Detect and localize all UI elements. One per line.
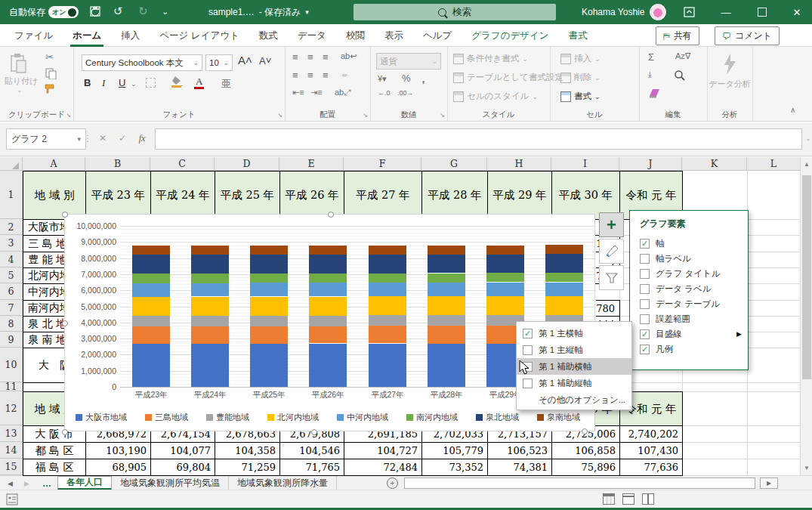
- normal-view-button[interactable]: [603, 493, 615, 505]
- checkbox[interactable]: ✓: [640, 239, 650, 249]
- chart-element-item-軸ラベル[interactable]: 軸ラベル: [630, 251, 748, 266]
- scroll-right-icon[interactable]: ▶: [760, 478, 778, 489]
- sheet-list-ellipsis[interactable]: …: [42, 476, 51, 490]
- grid-cell[interactable]: 68,905: [85, 459, 151, 476]
- legend-item-北河内地域[interactable]: 北河内地域: [267, 412, 319, 423]
- column-header-A[interactable]: A: [23, 157, 85, 171]
- legend-item-中河内地域[interactable]: 中河内地域: [337, 412, 388, 423]
- row-header-6[interactable]: 6: [0, 283, 23, 300]
- checkbox[interactable]: [640, 254, 650, 264]
- column-header-K[interactable]: K: [682, 157, 747, 171]
- grid-cell[interactable]: 75,896: [551, 459, 620, 476]
- checkbox[interactable]: ✓: [640, 329, 650, 339]
- legend-item-三島地域[interactable]: 三島地域: [145, 412, 188, 423]
- chart-element-item-目盛線[interactable]: ✓目盛線▶: [630, 326, 748, 342]
- sheet-tab-各年人口[interactable]: 各年人口: [57, 476, 112, 490]
- checkbox[interactable]: [523, 345, 533, 355]
- grid-cell[interactable]: 104,727: [344, 442, 422, 459]
- column-header-I[interactable]: I: [551, 157, 619, 171]
- column-header-L[interactable]: L: [747, 157, 801, 171]
- grid-cell[interactable]: 106,858: [551, 442, 620, 459]
- column-header-H[interactable]: H: [487, 157, 551, 171]
- column-header-G[interactable]: G: [421, 157, 487, 171]
- grid-cell[interactable]: 地 域 別: [23, 171, 86, 220]
- legend-item-泉南地域[interactable]: 泉南地域: [537, 412, 580, 423]
- grid-cell[interactable]: 福 島 区: [23, 459, 86, 476]
- grid-cell[interactable]: 74,381: [487, 459, 552, 476]
- column-header-J[interactable]: J: [619, 157, 682, 171]
- grid-cell[interactable]: 107,430: [619, 442, 683, 459]
- chart-selection-handle[interactable]: [62, 212, 68, 218]
- accessibility-checker-icon[interactable]: [6, 493, 18, 505]
- row-header-7[interactable]: 7: [0, 300, 23, 316]
- grid-cell[interactable]: 69,804: [150, 459, 215, 476]
- row-header-12[interactable]: 12: [0, 391, 23, 425]
- legend-item-南河内地域[interactable]: 南河内地域: [406, 412, 458, 423]
- axes-item-第 1 補助横軸[interactable]: 第 1 補助横軸: [517, 358, 631, 375]
- grid-cell[interactable]: 104,077: [150, 442, 215, 459]
- row-header-1[interactable]: 1: [0, 171, 23, 219]
- horizontal-scroll-thumb[interactable]: [404, 478, 755, 489]
- axes-item-その他のオプション...[interactable]: その他のオプション...: [517, 391, 631, 408]
- chart-filters-button[interactable]: [599, 265, 624, 290]
- row-header-8[interactable]: 8: [0, 316, 23, 332]
- grid-cell[interactable]: 104,358: [215, 442, 280, 459]
- column-header-E[interactable]: E: [279, 157, 344, 171]
- grid-cell[interactable]: 平成 25 年: [215, 171, 280, 220]
- row-header-9[interactable]: 9: [0, 332, 23, 348]
- scroll-down-icon[interactable]: ▼: [801, 461, 812, 474]
- chart-selection-handle[interactable]: [311, 429, 317, 435]
- chart-element-item-誤差範囲[interactable]: 誤差範囲: [630, 311, 748, 326]
- checkbox[interactable]: [523, 379, 533, 388]
- legend-item-泉北地域[interactable]: 泉北地域: [476, 412, 519, 423]
- chart-element-item-軸[interactable]: ✓軸: [630, 236, 748, 251]
- new-sheet-button[interactable]: +: [387, 476, 398, 490]
- chart-selection-handle[interactable]: [328, 212, 334, 218]
- grid-cell[interactable]: 平成 28 年: [421, 171, 488, 220]
- chart-element-item-データ ラベル[interactable]: データ ラベル: [630, 281, 748, 296]
- row-header-4[interactable]: 4: [0, 252, 23, 267]
- chart-styles-button[interactable]: [599, 239, 624, 264]
- grid-cell[interactable]: 103,190: [85, 442, 151, 459]
- column-header-B[interactable]: B: [85, 157, 150, 171]
- grid-cell[interactable]: 106,523: [487, 442, 552, 459]
- sheet-next-icon[interactable]: ▶: [24, 476, 29, 490]
- row-header-5[interactable]: 5: [0, 267, 23, 283]
- checkbox[interactable]: ✓: [523, 329, 533, 338]
- chart-element-item-凡例[interactable]: ✓凡例: [630, 342, 748, 357]
- grid-cell[interactable]: 72,484: [344, 459, 422, 476]
- checkbox[interactable]: [640, 284, 650, 294]
- axes-item-第 1 主横軸[interactable]: ✓第 1 主横軸: [517, 325, 631, 342]
- row-header-13[interactable]: 13: [0, 425, 23, 442]
- grid-cell[interactable]: 平成 24 年: [150, 171, 215, 220]
- grid-cell[interactable]: 77,636: [619, 459, 683, 476]
- grid-cell[interactable]: 71,765: [279, 459, 344, 476]
- column-header-F[interactable]: F: [344, 157, 421, 171]
- chart-element-item-グラフ タイトル[interactable]: グラフ タイトル: [630, 266, 748, 281]
- sheet-prev-icon[interactable]: ◀: [8, 476, 13, 490]
- row-header-14[interactable]: 14: [0, 442, 23, 459]
- sheet-tab-地域気象観測所平均気温[interactable]: 地域気象観測所平均気温: [112, 476, 229, 490]
- column-header-C[interactable]: C: [150, 157, 215, 171]
- select-all-button[interactable]: [0, 157, 23, 171]
- chart-selection-handle[interactable]: [62, 320, 68, 326]
- checkbox[interactable]: [640, 314, 650, 324]
- chart-selection-handle[interactable]: [582, 428, 588, 434]
- grid-cell[interactable]: 73,352: [421, 459, 488, 476]
- chart-selection-handle[interactable]: [62, 429, 68, 435]
- checkbox[interactable]: [640, 269, 650, 279]
- chart-elements-button[interactable]: +: [599, 212, 624, 237]
- row-header-11[interactable]: 11: [0, 382, 23, 391]
- sheet-tab-地域気象観測所降水量[interactable]: 地域気象観測所降水量: [229, 476, 337, 490]
- grid-cell[interactable]: 105,779: [421, 442, 488, 459]
- grid-cell[interactable]: 平成 26 年: [279, 171, 344, 220]
- page-break-view-button[interactable]: [642, 493, 654, 505]
- axes-item-第 1 補助縦軸[interactable]: 第 1 補助縦軸: [517, 375, 631, 391]
- vertical-scroll-thumb[interactable]: [802, 175, 811, 379]
- grid-cell[interactable]: 平成 27 年: [344, 171, 422, 220]
- axes-item-第 1 主縦軸[interactable]: 第 1 主縦軸: [517, 342, 631, 358]
- page-layout-view-button[interactable]: [622, 493, 634, 505]
- row-header-10[interactable]: 10: [0, 348, 23, 382]
- grid-cell[interactable]: 都 島 区: [23, 442, 86, 459]
- legend-item-大阪市地域[interactable]: 大阪市地域: [76, 412, 127, 423]
